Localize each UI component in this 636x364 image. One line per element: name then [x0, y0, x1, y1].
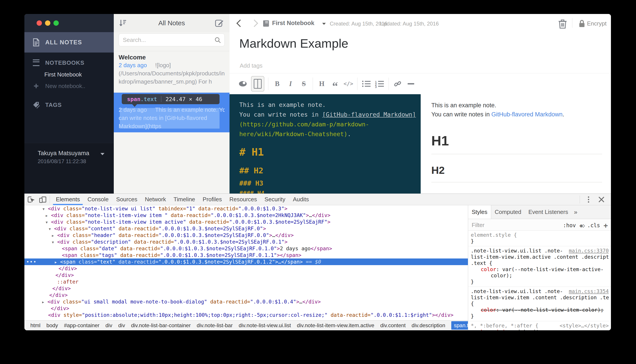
heading-button[interactable]: H	[317, 80, 327, 88]
stylesheet-link[interactable]: main.css:3370	[569, 248, 609, 254]
devtools-tab-audits[interactable]: Audits	[289, 194, 313, 205]
dom-breadcrumb[interactable]: div.note-list-bar	[197, 322, 233, 328]
tags-input[interactable]: Add tags	[240, 62, 263, 69]
dom-breadcrumb[interactable]: div	[118, 322, 125, 328]
new-style-rule-icon[interactable]: +	[604, 221, 608, 230]
dom-breadcrumb[interactable]: div.note-list-view.ui.list	[239, 322, 291, 328]
expand-arrow-icon[interactable]: ▶	[42, 299, 48, 306]
css-rule[interactable]: main.css:3354.note-list-view.ui.list .no…	[468, 287, 611, 321]
devtools-tab-sources[interactable]: Sources	[113, 194, 141, 205]
dom-tree-row[interactable]: •••▶<span class="text" data-reactid=".0.…	[25, 258, 468, 265]
preview-link[interactable]: GitHub-flavored Markdown	[491, 111, 563, 118]
horizontal-rule-button[interactable]	[406, 83, 416, 84]
back-icon[interactable]	[236, 20, 244, 27]
markdown-source-pane[interactable]: This is an example note.You can write no…	[230, 94, 421, 194]
dom-breadcrumb[interactable]: #app-container	[64, 322, 99, 328]
dom-tree-row[interactable]: ::after	[25, 278, 468, 285]
encrypt-button[interactable]: Encrypt	[587, 20, 606, 27]
filter-input[interactable]: Filter	[472, 222, 484, 228]
expand-arrow-icon[interactable]: ▶	[46, 212, 51, 219]
dom-tree-row[interactable]: ▼<div class="note-list-view ui list" tab…	[25, 205, 468, 212]
breadcrumb-notebook[interactable]: First Notebook	[272, 20, 314, 26]
dom-tree-row[interactable]: </div>	[25, 285, 468, 292]
preview-eye-icon[interactable]	[238, 80, 248, 87]
hover-state-toggle[interactable]: :hov	[563, 222, 576, 228]
expand-arrow-icon[interactable]: ▼	[43, 206, 48, 212]
dom-breadcrumb[interactable]: div.content	[380, 322, 406, 328]
more-tabs-icon[interactable]: »	[572, 205, 580, 219]
css-rule[interactable]: <style>…</style>*, *:before, *:after {bo…	[468, 321, 611, 330]
macos-titlebar[interactable]	[25, 14, 114, 32]
note-title-input[interactable]: Markdown Example	[239, 36, 348, 50]
account-menu[interactable]: Takuya Matsuyama	[38, 150, 89, 157]
dom-tree-row[interactable]: ▼<div class="note-list-item-view item ac…	[25, 218, 468, 225]
bullet-list-button[interactable]	[361, 80, 371, 87]
sidebar-section-notebooks[interactable]: NOTEBOOKS	[25, 57, 114, 68]
dom-breadcrumb[interactable]: div	[106, 322, 113, 328]
search-input[interactable]: Search...	[119, 34, 225, 46]
devtools-tab-network[interactable]: Network	[141, 194, 170, 205]
styles-rules[interactable]: element.style {}main.css:3370.note-list-…	[468, 230, 611, 330]
styles-tab-event-listeners[interactable]: Event Listeners	[525, 205, 572, 219]
bold-button[interactable]: B	[272, 80, 282, 88]
device-toolbar-icon[interactable]	[38, 195, 48, 204]
sidebar-item-first-notebook[interactable]: First Notebook	[25, 69, 114, 80]
expand-arrow-icon[interactable]: ▼	[52, 239, 57, 246]
split-view-button[interactable]	[251, 76, 264, 92]
devtools-tab-profiles[interactable]: Profiles	[199, 194, 226, 205]
expand-arrow-icon[interactable]: ▼	[49, 226, 54, 232]
zoom-traffic-light[interactable]	[54, 20, 59, 26]
strikethrough-button[interactable]: S	[299, 80, 309, 88]
link-button[interactable]	[392, 80, 403, 88]
dom-breadcrumb[interactable]: div.description	[412, 322, 445, 328]
minimize-traffic-light[interactable]	[45, 20, 50, 26]
sort-icon[interactable]	[119, 19, 127, 27]
expand-arrow-icon[interactable]: ▶	[52, 232, 57, 239]
dom-tree-row[interactable]: ▼<div class="content" data-reactid=".0.0…	[25, 225, 468, 232]
dom-tree-row[interactable]: ▶<div class="note-list-item-view item " …	[25, 212, 468, 218]
expand-arrow-icon[interactable]: ▼	[46, 219, 51, 226]
new-notebook-button[interactable]: New notebook..	[25, 80, 114, 92]
more-menu-icon[interactable]	[588, 196, 589, 202]
close-traffic-light[interactable]	[37, 20, 42, 26]
dom-breadcrumb[interactable]: div.note-list-bar-container	[131, 322, 191, 328]
dom-breadcrumb[interactable]: body	[46, 322, 58, 328]
css-rule[interactable]: main.css:3370.note-list-view.ui.list .no…	[468, 246, 611, 287]
close-devtools-icon[interactable]	[598, 196, 605, 203]
numbered-list-button[interactable]: 123	[375, 80, 385, 87]
chevron-down-icon[interactable]	[322, 23, 326, 25]
devtools-tab-console[interactable]: Console	[84, 194, 112, 205]
trash-icon[interactable]	[558, 18, 567, 29]
forward-icon[interactable]	[251, 20, 258, 27]
blockquote-button[interactable]: “	[330, 79, 340, 88]
elements-tree[interactable]: ▼<div class="note-list-view ui list" tab…	[25, 205, 468, 320]
dom-tree-row[interactable]: </div>	[25, 265, 468, 272]
dom-tree-row[interactable]: <span class="date" data-reactid=".0.0.0:…	[25, 245, 468, 252]
classes-toggle[interactable]: .cls	[587, 222, 600, 228]
code-button[interactable]: </>	[343, 81, 353, 87]
note-list-item-welcome[interactable]: Welcome 2 days ago ![logo] (/Users/nora/…	[114, 51, 230, 93]
devtools-tab-security[interactable]: Security	[261, 194, 289, 205]
dom-tree-row[interactable]: </div>	[25, 292, 468, 298]
expand-arrow-icon[interactable]: ▶	[55, 259, 60, 266]
devtools-tab-timeline[interactable]: Timeline	[170, 194, 199, 205]
dom-tree-row[interactable]: ▶<div class="ui small modal move-note-to…	[25, 298, 468, 305]
dom-tree-row[interactable]: </div>	[25, 272, 468, 278]
dom-tree-row[interactable]: <span class="tags" data-reactid=".0.0.0:…	[25, 252, 468, 258]
sidebar-section-tags[interactable]: TAGS	[25, 99, 114, 110]
compose-note-icon[interactable]	[215, 19, 224, 28]
dom-tree-row[interactable]: <div style="position:absolute;width:10px…	[25, 312, 468, 318]
dom-tree-row[interactable]: ▼<div class="description" data-reactid="…	[25, 238, 468, 245]
styles-tab-computed[interactable]: Computed	[491, 205, 525, 219]
css-rule[interactable]: element.style {}	[468, 230, 611, 246]
inspect-element-icon[interactable]	[26, 195, 36, 204]
sidebar-item-all-notes[interactable]: ALL NOTES	[25, 32, 114, 52]
dom-breadcrumb-active[interactable]: span.text	[451, 321, 468, 330]
italic-button[interactable]: I	[285, 80, 296, 88]
devtools-tab-elements[interactable]: Elements	[52, 194, 84, 205]
stylesheet-link[interactable]: main.css:3354	[569, 288, 609, 294]
styles-tab-styles[interactable]: Styles	[468, 205, 491, 219]
dom-breadcrumb[interactable]: html	[30, 322, 40, 328]
dom-breadcrumb[interactable]: div.note-list-item-view.item.active	[297, 322, 374, 328]
dom-tree-row[interactable]: </div>	[25, 305, 468, 312]
